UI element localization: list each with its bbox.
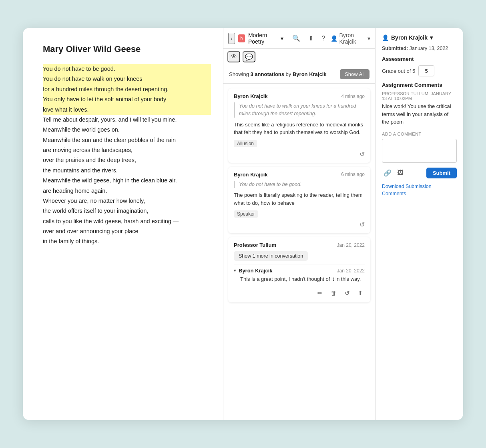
- reply-date: Jan 20, 2022: [337, 268, 365, 274]
- course-label: Modern Poetry: [248, 32, 279, 45]
- poem-line: You do not have to walk on your knees: [43, 74, 211, 84]
- poem-content: You do not have to be good.You do not ha…: [43, 64, 211, 247]
- reply-header: ▾ Byron Krajcik Jan 20, 2022: [234, 268, 365, 274]
- user-icon: 👤: [331, 35, 337, 42]
- card-footer: ↺: [234, 150, 365, 158]
- user-avatar-icon: 👤: [382, 34, 389, 41]
- user-menu[interactable]: 👤 Byron Krajcik ▾: [331, 32, 370, 45]
- image-icon-button[interactable]: 🖼: [396, 168, 405, 177]
- card-tag: Allusion: [234, 140, 257, 147]
- professor-label: PROFESSOR TULLUM, JANUARY 13 AT 10:02PM: [382, 91, 457, 101]
- link-icon-button[interactable]: 🔗: [382, 168, 393, 178]
- poem-line: Meanwhile the sun and the clear pebbles …: [43, 135, 211, 145]
- comment-actions: 🔗 🖼 Submit: [382, 168, 457, 178]
- card-footer: ↺: [234, 221, 365, 228]
- annotations-list: Byron Krajcik 4 mins ago You do not have…: [223, 84, 375, 420]
- student-name-header[interactable]: 👤 Byron Krajcik ▾: [382, 34, 457, 41]
- card-author: Byron Krajcik: [234, 93, 268, 99]
- user-chevron-icon: ▾: [368, 35, 370, 42]
- card-quote: You do not have to be good.: [234, 181, 365, 188]
- conversation-reply: ▾ Byron Krajcik Jan 20, 2022 This is a g…: [234, 264, 365, 298]
- collapse-button[interactable]: ›: [228, 33, 235, 44]
- user-name: Byron Krajcik: [339, 32, 366, 45]
- reply-button[interactable]: ↺: [343, 289, 351, 298]
- conv-author: Professor Tullum: [234, 242, 276, 248]
- annotations-count: 3 annotations: [250, 71, 284, 77]
- show-all-button[interactable]: Show All: [340, 69, 370, 79]
- submit-button[interactable]: Submit: [426, 168, 457, 178]
- submitted-label: Submitted:: [382, 46, 408, 51]
- poem-line: the world offers itself to your imaginat…: [43, 206, 211, 216]
- add-comment-label: ADD A COMMENT: [382, 132, 457, 136]
- document-panel: Mary Oliver Wild Geese You do not have t…: [23, 28, 223, 420]
- card-time: 6 mins ago: [341, 172, 365, 177]
- annotations-count-text: Showing 3 annotations by Byron Krajcik: [229, 71, 327, 77]
- grade-student-name: Byron Krajcik: [391, 34, 428, 41]
- annotation-card: Byron Krajcik 4 mins ago You do not have…: [228, 88, 370, 163]
- grade-input[interactable]: [418, 65, 434, 76]
- delete-button[interactable]: 🗑: [329, 289, 338, 298]
- submitted-info: Submitted: January 13, 2022: [382, 46, 457, 51]
- reply-icon[interactable]: ↺: [359, 221, 365, 228]
- poem-line: are heading home again.: [43, 186, 211, 196]
- grade-user-chevron: ▾: [430, 34, 433, 41]
- card-body: This seems like a religious reference to…: [234, 121, 365, 136]
- card-tag: Speaker: [234, 210, 258, 218]
- help-button[interactable]: ?: [319, 33, 327, 44]
- poem-title: Mary Oliver Wild Geese: [43, 44, 211, 54]
- title-bold: Wild Geese: [93, 44, 141, 54]
- grading-panel: 👤 Byron Krajcik ▾ Submitted: January 13,…: [375, 28, 463, 420]
- poem-line: over and over announcing your place: [43, 226, 211, 236]
- show-more-button[interactable]: Show 1 more in conversation: [234, 251, 308, 261]
- chevron-down-icon: ▾: [281, 35, 283, 42]
- assessment-title: Assessment: [382, 56, 457, 62]
- add-comment-textarea[interactable]: [382, 139, 457, 163]
- by-prefix: by: [284, 71, 293, 77]
- reply-actions: ✏ 🗑 ↺ ⬆: [234, 286, 365, 298]
- poem-line: Tell me about despair, yours, and I will…: [43, 115, 211, 125]
- eye-view-button[interactable]: 👁: [227, 51, 240, 62]
- submitted-date: January 13, 2022: [410, 46, 448, 51]
- card-header: Byron Krajcik 4 mins ago: [234, 93, 365, 99]
- poem-line: You do not have to be good.: [43, 64, 211, 74]
- conv-date: Jan 20, 2022: [337, 242, 365, 248]
- reply-author: Byron Krajcik: [239, 268, 273, 274]
- card-quote: You do not have to walk on your knees fo…: [234, 102, 365, 118]
- poem-line: in the family of things.: [43, 236, 211, 246]
- poem-line: over the prairies and the deep trees,: [43, 155, 211, 165]
- poem-line: for a hundred miles through the desert r…: [43, 84, 211, 94]
- share-button[interactable]: ⬆: [306, 33, 316, 44]
- poem-line: Whoever you are, no matter how lonely,: [43, 196, 211, 206]
- card-body: The poem is literally speaking to the re…: [234, 191, 365, 207]
- reply-chevron-icon: ▾: [234, 268, 236, 273]
- professor-comment: Nice work! You use the critical terms we…: [382, 102, 457, 126]
- download-comments-link[interactable]: Download Submission Comments: [382, 184, 432, 196]
- poem-line: the mountains and the rivers.: [43, 166, 211, 176]
- main-toolbar: › h Modern Poetry ▾ 🔍 ⬆ ? 👤 Byron Krajci…: [223, 28, 375, 49]
- course-selector[interactable]: Modern Poetry ▾: [248, 32, 284, 45]
- card-header: Byron Krajcik 6 mins ago: [234, 172, 365, 178]
- title-normal: Mary Oliver: [43, 44, 93, 54]
- reply-text: This is a great point, I hadn't thought …: [234, 275, 365, 283]
- app-logo: h: [238, 34, 245, 42]
- poem-line: Meanwhile the wild geese, high in the cl…: [43, 176, 211, 186]
- assignment-comments-title: Assignment Comments: [382, 82, 457, 88]
- conversation-header: Professor Tullum Jan 20, 2022: [234, 242, 365, 248]
- share-reply-button[interactable]: ⬆: [356, 289, 365, 298]
- annotations-student: Byron Krajcik: [293, 71, 327, 77]
- conversation-card: Professor Tullum Jan 20, 2022 Show 1 mor…: [228, 237, 370, 302]
- poem-line: calls to you like the wild geese, harsh …: [43, 216, 211, 226]
- poem-line: Meanwhile the world goes on.: [43, 125, 211, 135]
- annotations-header: Showing 3 annotations by Byron Krajcik S…: [223, 65, 375, 84]
- showing-prefix: Showing: [229, 71, 250, 77]
- card-author: Byron Krajcik: [234, 172, 268, 178]
- poem-line: are moving across the landscapes,: [43, 145, 211, 155]
- search-button[interactable]: 🔍: [290, 33, 303, 44]
- poem-line: You only have to let the soft animal of …: [43, 94, 211, 104]
- edit-button[interactable]: ✏: [316, 289, 324, 298]
- poem-line: love what it loves.: [43, 105, 211, 115]
- annotation-card: Byron Krajcik 6 mins ago You do not have…: [228, 167, 370, 234]
- comment-view-button[interactable]: 💬: [243, 51, 255, 62]
- reply-icon[interactable]: ↺: [359, 150, 365, 158]
- grade-label: Grade out of 5: [382, 68, 415, 74]
